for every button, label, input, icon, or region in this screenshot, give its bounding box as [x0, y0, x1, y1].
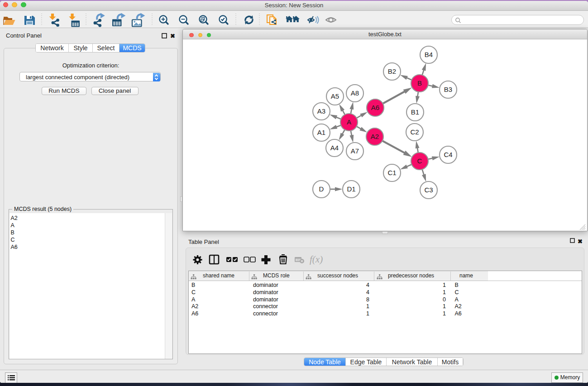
svg-text:A8: A8	[351, 89, 359, 97]
svg-text:C2: C2	[410, 128, 419, 136]
svg-text:C3: C3	[424, 186, 433, 194]
svg-text:D1: D1	[347, 185, 355, 193]
svg-text:B2: B2	[388, 67, 396, 75]
svg-text:B4: B4	[425, 51, 433, 58]
svg-text:B: B	[417, 79, 422, 87]
svg-text:C1: C1	[387, 169, 396, 176]
svg-text:C: C	[417, 157, 422, 165]
svg-text:A6: A6	[371, 104, 379, 111]
svg-text:A2: A2	[371, 133, 379, 140]
svg-text:A4: A4	[330, 144, 339, 152]
svg-text:A3: A3	[317, 107, 325, 115]
svg-text:A7: A7	[351, 147, 359, 155]
svg-text:D: D	[319, 185, 324, 193]
svg-text:C4: C4	[444, 151, 452, 158]
svg-text:A: A	[347, 118, 351, 126]
svg-text:B1: B1	[411, 108, 419, 116]
svg-text:A5: A5	[331, 92, 339, 100]
svg-text:B3: B3	[444, 86, 452, 93]
svg-text:A1: A1	[317, 129, 325, 136]
